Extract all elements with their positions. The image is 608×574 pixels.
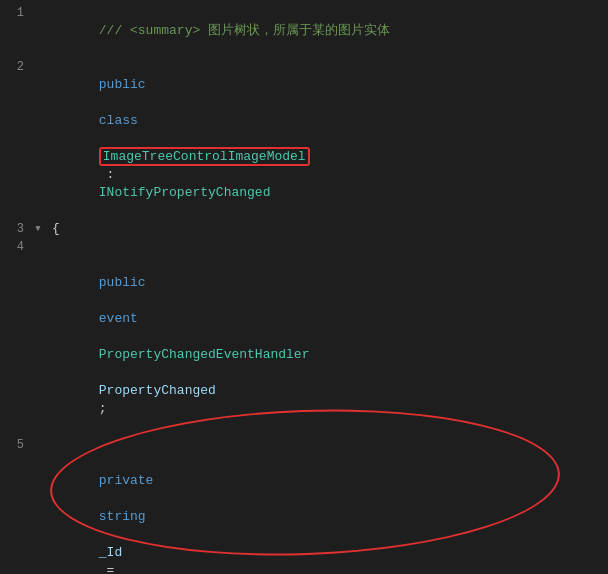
code-line-1: 1 /// <summary> 图片树状，所属于某的图片实体 xyxy=(0,4,608,58)
code-editor: 1 /// <summary> 图片树状，所属于某的图片实体 2 public … xyxy=(0,0,608,574)
code-line-2: 2 public class ImageTreeControlImageMode… xyxy=(0,58,608,220)
class-name-box: ImageTreeControlImageModel xyxy=(99,147,310,166)
code-line-3: 3 ▾ { xyxy=(0,220,608,238)
code-line-4: 4 public event PropertyChangedEventHandl… xyxy=(0,238,608,436)
code-line-5: 5 private string _Id = string . Empty ; xyxy=(0,436,608,574)
